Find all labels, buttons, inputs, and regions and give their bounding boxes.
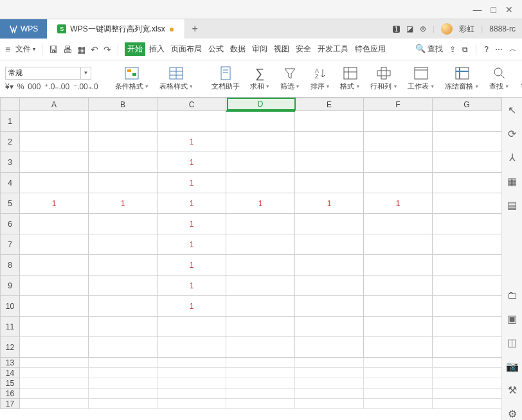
cell-G11[interactable] <box>433 317 501 337</box>
row-header-13[interactable]: 13 <box>1 358 20 368</box>
cell-B11[interactable] <box>89 317 158 337</box>
row-header-9[interactable]: 9 <box>1 276 20 296</box>
cell-F1[interactable] <box>364 111 433 132</box>
cell-B7[interactable] <box>89 234 158 255</box>
cell-D12[interactable] <box>226 337 295 358</box>
table-style-button[interactable]: 表格样式▼ <box>158 66 195 91</box>
cell-A8[interactable] <box>20 255 89 276</box>
preview-icon[interactable]: ▦ <box>77 44 86 55</box>
more-icon[interactable]: ⋯ <box>495 45 503 54</box>
print-icon[interactable]: 🖶 <box>63 44 72 55</box>
tab-page-layout[interactable]: 页面布局 <box>168 42 204 56</box>
cell-A13[interactable] <box>20 358 89 368</box>
cell-F6[interactable] <box>364 214 433 234</box>
user-name[interactable]: 彩虹 <box>459 24 474 35</box>
share-icon[interactable]: ⇪ <box>449 45 456 54</box>
backup-icon[interactable]: 🗀 <box>507 290 518 301</box>
cell-D2[interactable] <box>226 132 295 152</box>
document-tab[interactable]: S WPS一键调整行高列宽.xlsx ● <box>47 19 185 39</box>
cell-E7[interactable] <box>295 234 364 255</box>
cell-E6[interactable] <box>295 214 364 234</box>
cell-B14[interactable] <box>89 368 158 378</box>
new-tab-button[interactable]: + <box>185 19 204 39</box>
row-header-2[interactable]: 2 <box>1 132 20 152</box>
cell-F13[interactable] <box>364 358 433 368</box>
select-tool-icon[interactable]: ↖ <box>508 104 516 116</box>
cell-E14[interactable] <box>295 368 364 378</box>
tab-formula[interactable]: 公式 <box>206 42 226 56</box>
cell-B1[interactable] <box>89 111 158 132</box>
cell-G8[interactable] <box>433 255 501 276</box>
cell-G3[interactable] <box>433 152 501 173</box>
col-header-E[interactable]: E <box>295 98 364 111</box>
cell-E13[interactable] <box>295 358 364 368</box>
minimize-button[interactable]: — <box>473 4 482 15</box>
cell-A14[interactable] <box>20 368 89 378</box>
row-header-16[interactable]: 16 <box>1 389 20 399</box>
cell-C2[interactable]: 1 <box>158 132 226 152</box>
cell-E12[interactable] <box>295 337 364 358</box>
cell-G14[interactable] <box>433 368 501 378</box>
row-header-15[interactable]: 15 <box>1 378 20 389</box>
cell-C8[interactable]: 1 <box>158 255 226 276</box>
percent-button[interactable]: % <box>17 82 24 91</box>
cell-B16[interactable] <box>89 389 158 399</box>
table-panel-icon[interactable]: ▦ <box>507 175 517 188</box>
cell-A9[interactable] <box>20 276 89 296</box>
cell-A11[interactable] <box>20 317 89 337</box>
cell-G5[interactable] <box>433 193 501 214</box>
col-header-F[interactable]: F <box>364 98 433 111</box>
cell-G15[interactable] <box>433 378 501 389</box>
cell-F7[interactable] <box>364 234 433 255</box>
cell-E5[interactable]: 1 <box>295 193 364 214</box>
cell-E3[interactable] <box>295 152 364 173</box>
cell-F5[interactable]: 1 <box>364 193 433 214</box>
cell-D15[interactable] <box>226 378 295 389</box>
cell-A4[interactable] <box>20 173 89 193</box>
cell-C5[interactable]: 1 <box>158 193 226 214</box>
number-format-input[interactable] <box>5 67 81 80</box>
col-header-D[interactable]: D <box>226 98 295 111</box>
cell-E8[interactable] <box>295 255 364 276</box>
cell-C9[interactable]: 1 <box>158 276 226 296</box>
cell-B5[interactable]: 1 <box>89 193 158 214</box>
cell-G9[interactable] <box>433 276 501 296</box>
cell-F2[interactable] <box>364 132 433 152</box>
cell-G6[interactable] <box>433 214 501 234</box>
cell-D16[interactable] <box>226 389 295 399</box>
tab-devtools[interactable]: 开发工具 <box>315 42 351 56</box>
clipboard-icon[interactable]: ◫ <box>507 337 517 349</box>
cell-G4[interactable] <box>433 173 501 193</box>
settings2-icon[interactable]: ⚙ <box>508 408 517 420</box>
refresh-icon[interactable]: ⟳ <box>508 128 516 140</box>
cell-D7[interactable] <box>226 234 295 255</box>
row-header-3[interactable]: 3 <box>1 152 20 173</box>
select-all-corner[interactable] <box>1 98 20 111</box>
cell-D8[interactable] <box>226 255 295 276</box>
cell-A16[interactable] <box>20 389 89 399</box>
style-icon[interactable]: ⅄ <box>509 152 516 164</box>
cell-D17[interactable] <box>226 399 295 409</box>
cell-A1[interactable] <box>20 111 89 132</box>
wps-home-tab[interactable]: WPS <box>0 19 47 39</box>
cell-D5[interactable]: 1 <box>226 193 295 214</box>
row-header-5[interactable]: 5 <box>1 193 20 214</box>
cell-E16[interactable] <box>295 389 364 399</box>
cell-E9[interactable] <box>295 276 364 296</box>
increase-decimal-button[interactable]: ⁺.0₋.00 <box>44 82 69 91</box>
collapse-ribbon-icon[interactable]: ︿ <box>509 44 517 55</box>
cell-C13[interactable] <box>158 358 226 368</box>
cell-A15[interactable] <box>20 378 89 389</box>
doc-helper-button[interactable]: 文档助手 <box>210 66 241 91</box>
symbol-button[interactable]: ★ 符号 <box>518 66 522 91</box>
camera-icon[interactable]: 📷 <box>506 360 519 372</box>
spreadsheet-grid[interactable]: ABCDEFG121314151111116171819110111121314… <box>0 98 501 420</box>
cell-D3[interactable] <box>226 152 295 173</box>
cell-C6[interactable]: 1 <box>158 214 226 234</box>
skin-icon[interactable]: ◪ <box>406 24 413 33</box>
cell-B12[interactable] <box>89 337 158 358</box>
cell-A10[interactable] <box>20 296 89 317</box>
help-button[interactable]: ? <box>484 45 489 54</box>
row-header-4[interactable]: 4 <box>1 173 20 193</box>
cell-C7[interactable]: 1 <box>158 234 226 255</box>
